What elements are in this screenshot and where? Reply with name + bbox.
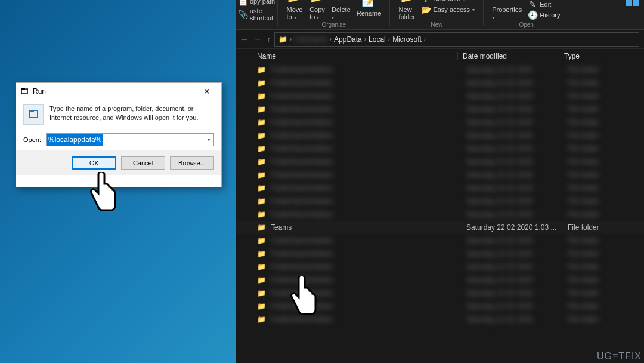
path-icon: 📋 xyxy=(238,0,247,6)
breadcrumb[interactable]: 📁 › Username › AppData › Local › Microso… xyxy=(274,32,639,47)
folder-icon: 📁 xyxy=(257,66,266,74)
edit-icon: ✎ xyxy=(528,0,537,9)
run-instruction: Type the name of a program, folder, docu… xyxy=(49,104,214,122)
properties-icon: ✔ xyxy=(499,0,515,5)
folder-icon: 📁 xyxy=(257,223,266,232)
folder-row[interactable]: 📁FolderNameHiddenSaturday 22 02 2020File… xyxy=(236,260,644,273)
breadcrumb-item[interactable]: AppData xyxy=(334,35,362,44)
new-folder-icon: 📁 xyxy=(398,0,415,5)
cancel-button[interactable]: Cancel xyxy=(121,156,165,170)
folder-row[interactable]: 📁FolderNameHiddenSaturday 22 02 2020File… xyxy=(236,234,644,247)
folder-row[interactable]: 📁FolderNameHiddenSaturday 22 02 2020File… xyxy=(236,116,644,129)
delete-button[interactable]: ✖Delete▾ xyxy=(332,0,351,20)
folder-icon: 📁 xyxy=(257,79,266,87)
folder-type: File folder xyxy=(568,223,644,232)
move-to-icon: 📂 xyxy=(286,0,303,5)
ribbon: 📋opy path 📎aste shortcut 📂Moveto ▾ 📂Copy… xyxy=(236,0,644,30)
folder-icon: 📁 xyxy=(257,276,266,284)
column-headers: Name Date modified Type xyxy=(236,49,644,63)
folder-row[interactable]: 📁FolderNameHiddenSaturday 22 02 2020File… xyxy=(236,300,644,313)
copy-to-button[interactable]: 📂Copyto ▾ xyxy=(309,0,326,20)
folder-row[interactable]: 📁FolderNameHiddenSaturday 22 02 2020File… xyxy=(236,168,644,182)
move-to-button[interactable]: 📂Moveto ▾ xyxy=(286,0,303,20)
run-dialog: 🗔 Run ✕ 🗔 Type the name of a program, fo… xyxy=(16,82,222,187)
folder-icon: 📁 xyxy=(257,144,266,153)
column-name[interactable]: Name xyxy=(236,52,457,60)
folder-icon: 📁 xyxy=(257,289,266,297)
file-list[interactable]: 📁FolderNameHiddenSaturday 22 02 2020File… xyxy=(236,63,644,362)
ok-button[interactable]: OK xyxy=(72,156,116,170)
new-item-button[interactable]: ✚New item ▾ xyxy=(421,0,465,4)
breadcrumb-user[interactable]: Username xyxy=(294,35,327,44)
chevron-down-icon[interactable]: ▾ xyxy=(204,134,213,146)
folder-row[interactable]: 📁FolderNameHiddenSaturday 22 02 2020File… xyxy=(236,247,644,260)
folder-row[interactable]: 📁FolderNameHiddenSaturday 22 02 2020File… xyxy=(236,63,644,76)
paste-shortcut-button[interactable]: 📎aste shortcut xyxy=(238,7,277,21)
new-folder-button[interactable]: 📁Newfolder xyxy=(398,0,415,20)
folder-icon: 📁 xyxy=(257,118,266,127)
file-explorer-window: 📋opy path 📎aste shortcut 📂Moveto ▾ 📂Copy… xyxy=(236,0,644,363)
folder-row[interactable]: 📁FolderNameHiddenSaturday 22 02 2020File… xyxy=(236,195,644,208)
ribbon-group-organize: 📂Moveto ▾ 📂Copyto ▾ ✖Delete▾ 📝Rename Org… xyxy=(278,0,389,29)
ribbon-group-open: ✔Properties▾ ▣Open ▾ ✎Edit 🕘History Open xyxy=(484,0,569,29)
folder-row[interactable]: 📁FolderNameHiddenSaturday 22 02 2020File… xyxy=(236,313,644,326)
copy-path-button[interactable]: 📋opy path xyxy=(238,0,277,6)
folder-row[interactable]: 📁FolderNameHiddenSaturday 22 02 2020File… xyxy=(236,273,644,287)
folder-row-teams[interactable]: 📁TeamsSaturday 22 02 2020 1:03 ...File f… xyxy=(236,221,644,234)
run-icon: 🗔 xyxy=(20,87,29,96)
folder-icon: 📁 xyxy=(257,236,266,245)
new-item-icon: ✚ xyxy=(421,0,431,4)
folder-icon: 📁 xyxy=(257,105,266,113)
close-button[interactable]: ✕ xyxy=(196,84,218,99)
back-button[interactable]: ← xyxy=(240,35,249,44)
ribbon-clipboard-partial: 📋opy path 📎aste shortcut xyxy=(236,0,277,29)
address-bar: ← → ↑ 📁 › Username › AppData › Local › M… xyxy=(236,30,644,49)
rename-button[interactable]: 📝Rename xyxy=(357,0,382,17)
folder-row[interactable]: 📁FolderNameHiddenSaturday 22 02 2020File… xyxy=(236,129,644,142)
folder-icon: 📁 xyxy=(257,315,266,324)
folder-icon: 📁 xyxy=(257,197,266,205)
start-tiles-icon[interactable] xyxy=(625,0,640,7)
breadcrumb-item[interactable]: Microsoft xyxy=(392,35,422,44)
ribbon-group-label: Open xyxy=(519,21,533,28)
up-button[interactable]: ↑ xyxy=(267,35,271,44)
open-combobox[interactable]: %localappdata% ▾ xyxy=(46,133,214,146)
folder-row[interactable]: 📁FolderNameHiddenSaturday 22 02 2020File… xyxy=(236,287,644,300)
edit-button[interactable]: ✎Edit xyxy=(528,0,551,9)
history-button[interactable]: 🕘History xyxy=(528,10,560,20)
delete-icon: ✖ xyxy=(333,0,349,5)
folder-name: Teams xyxy=(271,223,466,232)
folder-row[interactable]: 📁FolderNameHiddenSaturday 22 02 2020File… xyxy=(236,142,644,155)
run-titlebar[interactable]: 🗔 Run ✕ xyxy=(16,83,221,100)
column-type[interactable]: Type xyxy=(559,52,644,60)
folder-icon: 📁 xyxy=(278,35,287,44)
folder-row[interactable]: 📁FolderNameHiddenSaturday 22 02 2020File… xyxy=(236,103,644,116)
folder-row[interactable]: 📁FolderNameHiddenSaturday 22 02 2020File… xyxy=(236,76,644,90)
run-app-icon: 🗔 xyxy=(23,104,44,125)
folder-icon: 📁 xyxy=(257,302,266,310)
open-input-selection: %localappdata% xyxy=(47,134,103,146)
column-date[interactable]: Date modified xyxy=(457,52,559,60)
open-label: Open: xyxy=(23,136,41,143)
copy-to-icon: 📂 xyxy=(309,0,326,5)
folder-icon: 📁 xyxy=(257,263,266,271)
run-footer: OK Cancel Browse... xyxy=(16,150,221,175)
folder-icon: 📁 xyxy=(257,92,266,100)
folder-row[interactable]: 📁FolderNameHiddenSaturday 22 02 2020File… xyxy=(236,208,644,221)
folder-row[interactable]: 📁FolderNameHiddenSaturday 22 02 2020File… xyxy=(236,90,644,103)
breadcrumb-item[interactable]: Local xyxy=(369,35,386,44)
history-icon: 🕘 xyxy=(528,10,537,20)
browse-button[interactable]: Browse... xyxy=(170,156,214,170)
ribbon-group-label: Organize xyxy=(321,21,346,28)
folder-date: Saturday 22 02 2020 1:03 ... xyxy=(466,223,568,232)
folder-icon: 📁 xyxy=(257,131,266,140)
folder-icon: 📁 xyxy=(257,210,266,219)
properties-button[interactable]: ✔Properties▾ xyxy=(492,0,522,20)
easy-access-button[interactable]: 📂Easy access ▾ xyxy=(421,5,475,14)
run-title-text: Run xyxy=(33,87,46,96)
folder-row[interactable]: 📁FolderNameHiddenSaturday 22 02 2020File… xyxy=(236,182,644,195)
rename-icon: 📝 xyxy=(361,0,377,8)
folder-row[interactable]: 📁FolderNameHiddenSaturday 22 02 2020File… xyxy=(236,155,644,168)
forward-button[interactable]: → xyxy=(253,35,262,44)
folder-icon: 📁 xyxy=(257,184,266,192)
